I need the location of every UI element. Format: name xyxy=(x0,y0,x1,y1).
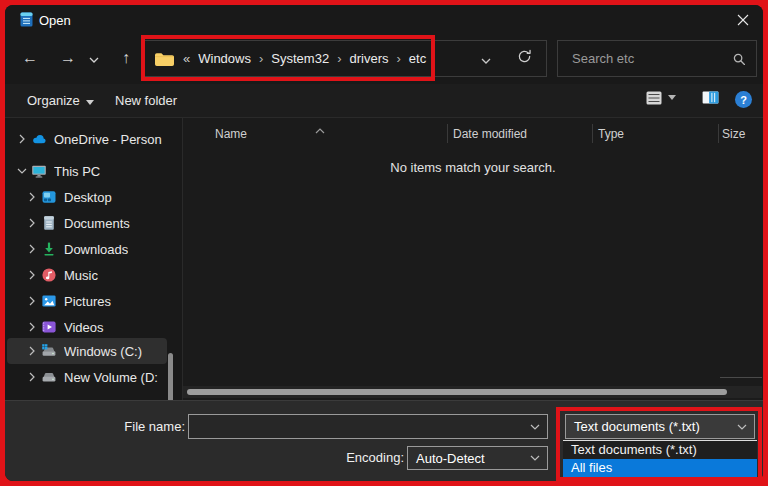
notepad-app-icon xyxy=(20,12,33,27)
help-button[interactable]: ? xyxy=(735,91,752,108)
column-header-date-modified[interactable]: Date modified xyxy=(453,122,527,146)
documents-icon xyxy=(41,215,57,231)
videos-icon xyxy=(41,319,57,335)
close-icon xyxy=(737,12,749,30)
close-button[interactable] xyxy=(727,7,759,34)
sidebar-item-label: Videos xyxy=(64,320,104,335)
file-type-combobox[interactable]: Text documents (*.txt) xyxy=(565,414,755,439)
empty-folder-message: No items match your search. xyxy=(183,160,763,175)
open-file-dialog: Open ← → ↑ « Windows › System32 › driver… xyxy=(5,5,763,481)
onedrive-icon xyxy=(31,131,47,147)
column-header-size[interactable]: Size xyxy=(722,122,745,146)
up-button[interactable]: ↑ xyxy=(114,38,138,78)
chevron-right-icon[interactable] xyxy=(27,296,37,306)
list-edge-divider xyxy=(720,377,762,378)
chevron-down-icon xyxy=(89,49,99,67)
chevron-right-icon[interactable] xyxy=(27,218,37,228)
breadcrumb-segment-system32[interactable]: System32 xyxy=(271,51,329,66)
desktop-icon xyxy=(41,189,57,205)
organize-label: Organize xyxy=(27,84,80,117)
breadcrumb-separator-icon[interactable]: › xyxy=(337,51,341,66)
column-header-name[interactable]: Name xyxy=(215,122,247,146)
horizontal-scrollbar-track[interactable] xyxy=(183,386,762,398)
dialog-footer: File name: Encoding: Auto-Detect Text do… xyxy=(5,400,763,481)
sidebar-item-videos[interactable]: Videos xyxy=(7,314,167,340)
address-bar[interactable]: « Windows › System32 › drivers › etc xyxy=(143,40,547,77)
window-title: Open xyxy=(39,5,71,36)
sidebar-item-documents[interactable]: Documents xyxy=(7,210,167,236)
sort-ascending-icon[interactable] xyxy=(315,120,325,138)
drive-windows-icon xyxy=(41,343,57,359)
chevron-right-icon[interactable] xyxy=(27,270,37,280)
sidebar-item-label: OneDrive - Person xyxy=(54,132,162,147)
breadcrumb-segment-etc[interactable]: etc xyxy=(409,51,426,66)
new-folder-label: New folder xyxy=(115,84,177,117)
new-folder-button[interactable]: New folder xyxy=(115,84,177,117)
chevron-right-icon[interactable] xyxy=(17,134,27,144)
encoding-value: Auto-Detect xyxy=(408,451,530,466)
recent-locations-button[interactable] xyxy=(86,38,102,78)
chevron-down-icon[interactable] xyxy=(737,424,747,430)
back-arrow-icon: ← xyxy=(22,49,38,66)
dropdown-option-all-files[interactable]: All files xyxy=(563,459,757,477)
column-divider[interactable] xyxy=(447,124,448,143)
sidebar-item-label: Windows (C:) xyxy=(64,344,142,359)
title-bar: Open xyxy=(5,5,763,36)
dropdown-option-text-documents[interactable]: Text documents (*.txt) xyxy=(563,441,757,459)
sidebar-item-label: This PC xyxy=(54,164,100,179)
sidebar-item-new-volume-d[interactable]: New Volume (D: xyxy=(7,364,167,390)
drive-icon xyxy=(41,369,57,385)
breadcrumb-separator-icon[interactable]: › xyxy=(259,51,263,66)
column-divider[interactable] xyxy=(592,124,593,143)
organize-menu-button[interactable]: Organize xyxy=(27,84,94,117)
search-box[interactable] xyxy=(557,40,757,77)
column-header-type[interactable]: Type xyxy=(598,122,624,146)
refresh-button[interactable] xyxy=(512,41,536,76)
refresh-icon xyxy=(517,49,532,68)
breadcrumb-segment-drivers[interactable]: drivers xyxy=(349,51,388,66)
encoding-combobox[interactable]: Auto-Detect xyxy=(407,446,548,470)
breadcrumb-overflow-chevrons[interactable]: « xyxy=(183,51,190,66)
chevron-right-icon[interactable] xyxy=(27,244,37,254)
chevron-right-icon[interactable] xyxy=(27,372,37,382)
sidebar-item-pictures[interactable]: Pictures xyxy=(7,288,167,314)
chevron-down-icon[interactable] xyxy=(530,424,540,430)
pictures-icon xyxy=(41,293,57,309)
breadcrumb-segment-windows[interactable]: Windows xyxy=(198,51,251,66)
forward-button[interactable]: → xyxy=(56,38,80,78)
address-dropdown-button[interactable] xyxy=(474,41,498,76)
help-icon: ? xyxy=(740,94,747,106)
file-name-combobox[interactable] xyxy=(188,414,548,439)
annotated-screenshot-frame: Open ← → ↑ « Windows › System32 › driver… xyxy=(0,0,768,486)
file-type-selected-value: Text documents (*.txt) xyxy=(566,419,737,434)
chevron-right-icon[interactable] xyxy=(27,192,37,202)
chevron-down-icon xyxy=(481,50,491,68)
sidebar-item-this-pc[interactable]: This PC xyxy=(7,158,167,184)
file-name-input[interactable] xyxy=(189,418,530,435)
downloads-icon xyxy=(41,241,57,257)
column-divider[interactable] xyxy=(718,124,719,143)
music-icon xyxy=(41,267,57,283)
chevron-down-icon[interactable] xyxy=(530,455,540,461)
sidebar-item-music[interactable]: Music xyxy=(7,262,167,288)
search-icon xyxy=(733,52,746,70)
file-name-label: File name: xyxy=(65,414,185,439)
chevron-right-icon[interactable] xyxy=(27,322,37,332)
preview-pane-icon[interactable] xyxy=(702,91,719,104)
horizontal-scrollbar-thumb[interactable] xyxy=(187,389,727,395)
breadcrumb-separator-icon[interactable]: › xyxy=(397,51,401,66)
sidebar-item-windows-c[interactable]: Windows (C:) xyxy=(7,338,167,364)
this-pc-icon xyxy=(31,163,47,179)
chevron-down-icon[interactable] xyxy=(17,168,27,174)
folder-icon xyxy=(154,51,174,67)
sidebar-item-onedrive[interactable]: OneDrive - Person xyxy=(7,126,167,152)
search-input[interactable] xyxy=(570,50,726,67)
back-button[interactable]: ← xyxy=(18,38,42,78)
views-dropdown-caret-icon[interactable] xyxy=(668,95,676,100)
navigation-pane: OneDrive - Person This PC Desktop Docume… xyxy=(5,118,182,400)
details-view-icon[interactable] xyxy=(646,91,662,105)
sidebar-item-desktop[interactable]: Desktop xyxy=(7,184,167,210)
sidebar-item-downloads[interactable]: Downloads xyxy=(7,236,167,262)
encoding-label: Encoding: xyxy=(264,446,404,470)
chevron-right-icon[interactable] xyxy=(27,346,37,356)
